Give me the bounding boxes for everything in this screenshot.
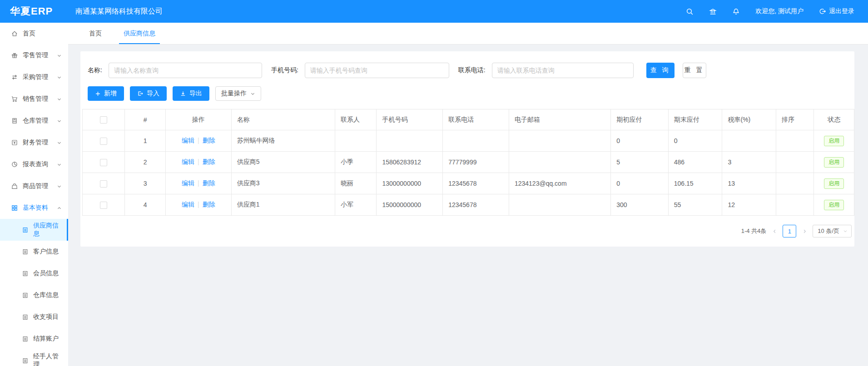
select-all-checkbox[interactable] (100, 116, 107, 124)
document-icon (22, 248, 29, 255)
cell-name: 苏州蜗牛网络 (231, 130, 335, 152)
export-button[interactable]: 导出 (173, 86, 209, 101)
cell-opening: 0 (611, 130, 669, 152)
link-separator: | (198, 201, 199, 208)
chevron-left-icon (772, 229, 777, 234)
col-header-tax-rate: 税率(%) (722, 109, 776, 130)
sidebar-item-sales[interactable]: 销售管理 (0, 88, 68, 110)
table-row: 1 编辑|删除 苏州蜗牛网络 0 0 启用 (83, 130, 854, 152)
link-separator: | (198, 179, 199, 187)
cell-sort (776, 130, 814, 152)
edit-link[interactable]: 编辑 (182, 179, 194, 187)
page-size-select[interactable]: 10 条/页 (813, 225, 852, 237)
delete-link[interactable]: 删除 (203, 179, 215, 187)
company-name: 南通某某网络科技有限公司 (75, 7, 163, 16)
import-button[interactable]: 导入 (130, 86, 167, 101)
delete-link[interactable]: 删除 (203, 201, 215, 208)
sidebar-item-goods[interactable]: 商品管理 (0, 175, 68, 197)
sidebar-item-label: 销售管理 (23, 95, 48, 103)
sidebar-item-label: 报表查询 (23, 160, 48, 168)
sidebar-subitem-supplier-info[interactable]: 供应商信息 (0, 219, 68, 241)
phone-filter-input[interactable] (305, 63, 449, 78)
logout-button[interactable]: 退出登录 (819, 7, 854, 15)
cell-phone: 13000000000 (377, 173, 443, 194)
add-button[interactable]: 新增 (88, 86, 124, 101)
row-checkbox[interactable] (100, 180, 107, 188)
add-button-label: 新增 (104, 89, 117, 98)
sidebar-item-home[interactable]: 首页 (0, 23, 68, 45)
cart-icon (11, 95, 18, 103)
tab-label: 首页 (89, 30, 102, 38)
cell-closing: 0 (668, 130, 722, 152)
bank-icon[interactable] (709, 8, 717, 15)
delete-link[interactable]: 删除 (203, 137, 215, 144)
cell-tax: 13 (722, 173, 776, 194)
sidebar-subitem-warehouse-info[interactable]: 仓库信息 (0, 284, 68, 306)
table-header-row: # 操作 名称 联系人 手机号码 联系电话 电子邮箱 期初应付 期末应付 税率(… (83, 109, 854, 130)
document-icon (22, 270, 29, 277)
toolbar: 新增 导入 导出 批量操作 (81, 86, 853, 101)
tab-home[interactable]: 首页 (88, 23, 103, 44)
sidebar-subitem-handler-mgmt[interactable]: 经手人管理 (0, 350, 68, 366)
sidebar-item-label: 零售管理 (23, 51, 48, 59)
sidebar-item-reports[interactable]: 报表查询 (0, 153, 68, 175)
batch-actions-label: 批量操作 (221, 89, 247, 98)
sidebar-item-label: 财务管理 (23, 138, 48, 147)
edit-link[interactable]: 编辑 (182, 158, 194, 165)
app-logo: 华夏ERP (0, 5, 68, 18)
delete-link[interactable]: 删除 (203, 158, 215, 165)
cell-contact: 晓丽 (335, 173, 376, 194)
col-header-email: 电子邮箱 (509, 109, 610, 130)
import-icon (137, 90, 144, 97)
sidebar-item-purchase[interactable]: 采购管理 (0, 66, 68, 88)
cell-index: 4 (125, 194, 165, 216)
swap-arrows-icon (11, 74, 18, 81)
status-badge: 启用 (824, 200, 844, 210)
welcome-text: 欢迎您, 测试用户 (755, 7, 804, 15)
prev-page-button[interactable] (771, 229, 778, 234)
sidebar-subitem-income-expense[interactable]: 收支项目 (0, 306, 68, 328)
edit-link[interactable]: 编辑 (182, 137, 194, 144)
name-filter-input[interactable] (109, 63, 262, 78)
batch-actions-dropdown[interactable]: 批量操作 (215, 86, 261, 101)
sidebar-item-finance[interactable]: 财务管理 (0, 132, 68, 153)
sidebar-subitem-customer-info[interactable]: 客户信息 (0, 241, 68, 262)
edit-link[interactable]: 编辑 (182, 201, 194, 208)
sidebar-item-label: 供应商信息 (33, 222, 62, 238)
page-size-value: 10 条/页 (818, 227, 839, 235)
page-number-button[interactable]: 1 (783, 225, 796, 237)
sidebar-item-label: 客户信息 (33, 247, 59, 256)
row-checkbox[interactable] (100, 138, 107, 145)
chevron-down-icon (250, 91, 255, 96)
cell-tax (722, 130, 776, 152)
sidebar-item-label: 采购管理 (23, 73, 48, 81)
cell-tax: 12 (722, 194, 776, 216)
row-checkbox[interactable] (100, 202, 107, 209)
sidebar-item-basic-data[interactable]: 基本资料 (0, 197, 68, 219)
table-row: 2 编辑|删除 供应商5 小季 15806283912 77779999 5 4… (83, 152, 854, 173)
next-page-button[interactable] (801, 229, 808, 234)
link-separator: | (198, 137, 199, 144)
sidebar-item-label: 仓库管理 (23, 117, 48, 125)
link-separator: | (198, 158, 199, 165)
reset-button[interactable]: 重 置 (683, 63, 706, 78)
cell-index: 1 (125, 130, 165, 152)
tab-supplier-info[interactable]: 供应商信息 (123, 23, 156, 44)
sidebar-item-warehouse[interactable]: 仓库管理 (0, 110, 68, 132)
cell-email (509, 194, 610, 216)
row-checkbox[interactable] (100, 159, 107, 166)
sidebar-item-retail[interactable]: 零售管理 (0, 45, 68, 66)
grid-icon (11, 204, 18, 212)
tab-bar: 首页 供应商信息 (68, 23, 868, 45)
tel-filter-input[interactable] (492, 63, 634, 78)
pie-chart-icon (11, 161, 18, 168)
search-icon[interactable] (686, 8, 694, 15)
col-header-contact: 联系人 (335, 109, 376, 130)
pagination: 1-4 共4条 1 10 条/页 (81, 225, 853, 237)
cell-tel: 77779999 (443, 152, 509, 173)
search-button[interactable]: 查 询 (646, 63, 675, 78)
col-header-status: 状态 (814, 109, 854, 130)
sidebar-subitem-member-info[interactable]: 会员信息 (0, 262, 68, 284)
sidebar-subitem-settlement-account[interactable]: 结算账户 (0, 328, 68, 350)
bell-icon[interactable] (732, 8, 740, 15)
